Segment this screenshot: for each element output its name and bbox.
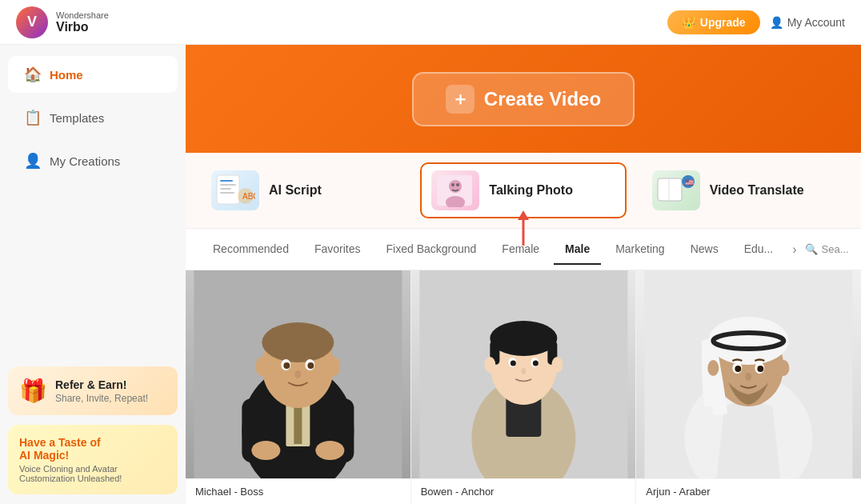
svg-point-34 — [315, 441, 344, 460]
account-label: My Account — [787, 16, 845, 29]
tabs-more-button[interactable]: › — [787, 236, 801, 263]
sidebar: 🏠 Home 📋 Templates 👤 My Creations 🎁 Refe… — [0, 45, 186, 504]
templates-icon: 📋 — [24, 109, 42, 126]
talking-photo-arrow — [514, 210, 533, 249]
svg-rect-1 — [220, 180, 233, 182]
feature-ai-script[interactable]: ABC AI Script — [202, 162, 404, 218]
upgrade-label: Upgrade — [700, 16, 746, 29]
talking-photo-preview-icon — [435, 174, 475, 207]
ai-magic-banner[interactable]: Have a Taste of AI Magic! Voice Cloning … — [8, 425, 178, 494]
sidebar-item-templates-label: Templates — [50, 111, 104, 125]
features-row: ABC AI Script Talking Ph — [186, 153, 861, 229]
home-icon: 🏠 — [24, 66, 42, 83]
svg-point-59 — [708, 360, 719, 376]
sidebar-item-templates[interactable]: 📋 Templates — [8, 99, 178, 136]
refer-earn-banner[interactable]: 🎁 Refer & Earn! Share, Invite, Repeat! — [8, 366, 178, 415]
avatar-card-arjun[interactable]: Arjun - Araber — [636, 270, 861, 504]
avatar-name-arjun: Arjun - Araber — [636, 478, 861, 504]
svg-text:🇺🇸: 🇺🇸 — [685, 178, 695, 187]
tab-news[interactable]: News — [679, 234, 730, 265]
svg-rect-14 — [658, 178, 682, 201]
ai-script-preview-icon: ABC — [215, 174, 255, 207]
svg-point-10 — [451, 183, 455, 186]
account-button[interactable]: 👤 My Account — [770, 16, 845, 29]
crown-icon: 👑 — [682, 16, 695, 29]
logo-area: V Wondershare Virbo — [16, 6, 109, 38]
svg-point-44 — [511, 361, 516, 366]
refer-title: Refer & Earn! — [55, 378, 148, 391]
ai-script-thumbnail: ABC — [211, 170, 259, 210]
content-area: ＋ Create Video ABC — [186, 45, 861, 504]
svg-point-57 — [758, 366, 764, 372]
svg-text:ABC: ABC — [242, 192, 255, 201]
svg-rect-4 — [220, 192, 234, 194]
ai-title: Have a Taste of AI Magic! — [19, 436, 166, 462]
tab-recommended[interactable]: Recommended — [202, 234, 300, 265]
search-label: Sea... — [822, 243, 849, 255]
svg-point-29 — [255, 357, 268, 376]
logo-icon: V — [16, 6, 48, 38]
svg-point-48 — [551, 357, 563, 373]
plus-icon: ＋ — [446, 85, 475, 114]
feature-video-translate[interactable]: 🇺🇸 Video Translate — [643, 162, 845, 218]
bowen-figure — [411, 270, 636, 478]
brand-name: Wondershare — [56, 10, 109, 20]
svg-point-56 — [735, 366, 742, 372]
svg-point-60 — [779, 360, 790, 376]
avatar-name-bowen: Bowen - Anchor — [411, 478, 636, 504]
avatar-grid: Michael - Boss — [186, 270, 861, 504]
sidebar-item-home[interactable]: 🏠 Home — [8, 56, 178, 93]
avatar-name-michael: Michael - Boss — [186, 478, 410, 504]
avatar-card-michael[interactable]: Michael - Boss — [186, 270, 411, 504]
main-layout: 🏠 Home 📋 Templates 👤 My Creations 🎁 Refe… — [0, 45, 861, 504]
svg-point-26 — [283, 362, 290, 369]
avatar-card-bowen[interactable]: Bowen - Anchor — [411, 270, 637, 504]
account-icon: 👤 — [770, 16, 783, 29]
refer-text: Refer & Earn! Share, Invite, Repeat! — [55, 378, 148, 404]
upgrade-button[interactable]: 👑 Upgrade — [667, 10, 760, 34]
avatar-image-michael — [186, 270, 410, 478]
product-name: Virbo — [56, 20, 109, 34]
search-icon: 🔍 — [805, 243, 818, 255]
video-translate-thumbnail: 🇺🇸 — [652, 170, 700, 210]
sidebar-item-creations-label: My Creations — [50, 154, 120, 168]
sidebar-item-my-creations[interactable]: 👤 My Creations — [8, 142, 178, 179]
refer-emoji-icon: 🎁 — [19, 378, 47, 404]
logo-text: Wondershare Virbo — [56, 10, 109, 34]
svg-marker-13 — [518, 210, 529, 220]
svg-point-46 — [521, 368, 526, 374]
ai-title-highlight: AI Magic! — [19, 449, 69, 462]
talking-photo-thumbnail — [431, 170, 479, 210]
svg-point-58 — [746, 373, 752, 381]
svg-rect-3 — [220, 188, 231, 190]
tab-favorites[interactable]: Favorites — [303, 234, 372, 265]
tab-fixed-background[interactable]: Fixed Background — [375, 234, 488, 265]
create-video-button[interactable]: ＋ Create Video — [412, 72, 635, 126]
create-video-label: Create Video — [484, 88, 601, 110]
svg-point-23 — [262, 322, 334, 362]
tab-male[interactable]: Male — [554, 234, 601, 265]
talking-photo-label: Talking Photo — [489, 183, 573, 198]
feature-talking-photo[interactable]: Talking Photo — [420, 162, 626, 218]
michael-figure — [186, 270, 410, 478]
ai-title-prefix: Have a Taste of — [19, 436, 101, 449]
svg-point-27 — [307, 362, 314, 369]
svg-point-11 — [456, 183, 459, 186]
avatar-image-arjun — [636, 270, 861, 478]
svg-point-30 — [327, 357, 340, 376]
avatar-image-bowen — [411, 270, 636, 478]
refer-subtitle: Share, Invite, Repeat! — [55, 393, 148, 404]
tabs-search[interactable]: 🔍 Sea... — [805, 243, 849, 255]
svg-point-33 — [251, 441, 280, 460]
arjun-figure — [636, 270, 861, 478]
sidebar-item-home-label: Home — [50, 68, 83, 82]
svg-point-28 — [294, 370, 301, 378]
svg-point-47 — [484, 357, 495, 373]
svg-point-39 — [490, 321, 557, 356]
ai-script-label: AI Script — [269, 183, 322, 198]
tab-marketing[interactable]: Marketing — [604, 234, 675, 265]
svg-rect-2 — [220, 184, 236, 186]
tab-education[interactable]: Edu... — [733, 234, 785, 265]
svg-point-52 — [709, 317, 789, 365]
svg-point-45 — [533, 361, 539, 366]
